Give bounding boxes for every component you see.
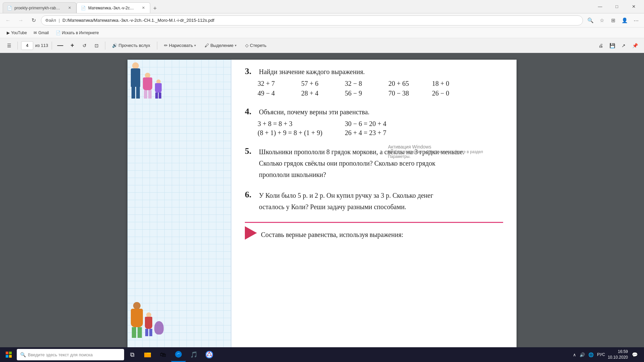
adult-legs-1 bbox=[131, 87, 140, 99]
svg-rect-5 bbox=[144, 354, 151, 357]
pdf-print-button[interactable]: 🖨 bbox=[596, 41, 606, 51]
bookmark-search[interactable]: 📄 Искать в Интернете bbox=[53, 30, 102, 36]
taskbar: 🔍 Введите здесь текст для поиска ⧉ 🛍 🎵 bbox=[0, 347, 644, 362]
bookmark-search-label: Искать в Интернете bbox=[62, 31, 99, 35]
pdf-content-area: 3. Найди значение каждого выражения. 32 … bbox=[0, 53, 644, 347]
forward-button[interactable]: → bbox=[15, 15, 26, 26]
url-text: D:/Математика/Математика.-3кл.-v-2ch.-CH… bbox=[62, 18, 214, 23]
exercise-3-number: 3. bbox=[245, 66, 255, 76]
pdf-erase-button[interactable]: ◇ Стереть bbox=[242, 41, 270, 51]
chrome-icon bbox=[206, 351, 213, 358]
equality-2-left: (8 + 1) + 9 = 8 + (1 + 9) bbox=[258, 129, 325, 137]
maximize-button[interactable]: □ bbox=[609, 1, 625, 12]
pdf-menu-button[interactable]: ☰ bbox=[4, 41, 14, 51]
back-button[interactable]: ← bbox=[3, 15, 13, 26]
pdf-toolbar: ☰ из 113 — + ↺ ⊡ 🔊 Прочесть вслух ✏ Нари… bbox=[0, 38, 644, 53]
girl-leg-l-3 bbox=[145, 329, 148, 336]
math-item-2: 57 + 6 bbox=[301, 80, 328, 87]
exercise-4: 4. Объясни, почему верны эти равенства. … bbox=[245, 107, 503, 137]
pdf-separator-3 bbox=[105, 42, 105, 50]
start-button[interactable] bbox=[1, 347, 16, 362]
svg-rect-0 bbox=[6, 352, 8, 354]
pdf-draw-button[interactable]: ✏ Нарисовать ▾ bbox=[161, 41, 199, 51]
child-figure-1 bbox=[155, 79, 162, 99]
tab-inactive[interactable]: 📄 proekty-primernykh-rabochikh-... ✕ bbox=[3, 2, 76, 13]
top-illustration bbox=[131, 62, 162, 99]
search-bookmark-icon: 📄 bbox=[56, 31, 61, 35]
minimize-button[interactable]: — bbox=[592, 1, 608, 12]
taskbar-store-button[interactable]: 🛍 bbox=[156, 347, 170, 362]
girl-body-2 bbox=[131, 309, 143, 327]
edge-icon bbox=[175, 351, 182, 358]
equality-1-right: 30 − 6 = 20 + 4 bbox=[345, 120, 412, 128]
taskbar-search-bar[interactable]: 🔍 Введите здесь текст для поиска bbox=[17, 349, 124, 360]
pdf-save-button[interactable]: 💾 bbox=[607, 41, 617, 51]
close-button[interactable]: ✕ bbox=[626, 1, 641, 12]
profile-icon[interactable]: 👤 bbox=[619, 15, 630, 26]
pdf-pin-button[interactable]: 📌 bbox=[630, 41, 640, 51]
math-item-6: 49 − 4 bbox=[258, 89, 284, 97]
pdf-page-total: из 113 bbox=[35, 43, 48, 48]
new-tab-button[interactable]: + bbox=[150, 4, 160, 13]
math-row-2: 49 − 4 28 + 4 56 − 9 70 − 38 26 − 0 bbox=[258, 89, 503, 97]
girl-figure-3 bbox=[145, 312, 152, 336]
bookmark-youtube-label: YouTube bbox=[11, 31, 27, 35]
windows-activation-sub2: Параметры. bbox=[388, 154, 483, 159]
adult-figure-1 bbox=[131, 62, 140, 99]
tab-favicon-1: 📄 bbox=[7, 6, 12, 10]
windows-activation-notice: Активация Windows Чтобы активировать Win… bbox=[388, 144, 483, 159]
pdf-select-button[interactable]: 🖊 Выделение ▾ bbox=[201, 41, 240, 51]
pdf-zoom-minus[interactable]: — bbox=[55, 41, 65, 51]
exercise-3: 3. Найди значение каждого выражения. 32 … bbox=[245, 66, 503, 97]
bookmark-gmail[interactable]: ✉ Gmail bbox=[31, 30, 51, 36]
taskbar-time-display: 16:59 bbox=[608, 349, 628, 355]
adult-leg-r-1 bbox=[136, 87, 140, 99]
tab-favicon-2: 📄 bbox=[81, 6, 86, 10]
girl-leg-r-2 bbox=[138, 327, 142, 338]
tab-close-1[interactable]: ✕ bbox=[67, 5, 72, 11]
adult-body-1 bbox=[131, 68, 140, 87]
taskbar-clock[interactable]: 16:59 10.10.2020 bbox=[608, 349, 628, 360]
refresh-button[interactable]: ↻ bbox=[28, 15, 39, 26]
exercise-4-title: Объясни, почему верны эти равенства. bbox=[259, 107, 370, 117]
speaker-icon[interactable]: 🔊 bbox=[578, 352, 586, 358]
collections-icon[interactable]: ⊞ bbox=[608, 15, 619, 26]
bookmark-youtube[interactable]: ▶ YouTube bbox=[4, 30, 30, 36]
taskbar-edge-button[interactable] bbox=[171, 347, 186, 362]
pdf-right-tools: 🖨 💾 ↗ 📌 bbox=[596, 41, 640, 51]
pdf-fit-button[interactable]: ⊡ bbox=[92, 41, 102, 51]
taskbar-file-explorer-button[interactable] bbox=[140, 347, 155, 362]
pdf-read-aloud-button[interactable]: 🔊 Прочесть вслух bbox=[109, 41, 154, 51]
girl-leg-l-1 bbox=[144, 90, 147, 99]
child-leg-l-1 bbox=[155, 93, 158, 99]
child-body-1 bbox=[155, 83, 162, 93]
pdf-rotate-button[interactable]: ↺ bbox=[79, 41, 90, 51]
tab-active[interactable]: 📄 Математика.-3кл.-v-2ch.-CH.1._M... ✕ bbox=[76, 2, 150, 13]
pdf-illustration-panel bbox=[127, 60, 231, 347]
url-bar[interactable]: Файл | D:/Математика/Математика.-3кл.-v-… bbox=[41, 15, 583, 25]
favorites-star-icon[interactable]: ☆ bbox=[596, 15, 607, 26]
equality-row-1: 3 + 8 = 8 + 3 30 − 6 = 20 + 4 bbox=[258, 120, 503, 128]
zoom-icon[interactable]: 🔍 bbox=[585, 15, 596, 26]
network-icon[interactable]: 🌐 bbox=[587, 352, 595, 358]
notifications-button[interactable]: 💬 bbox=[629, 349, 640, 360]
tab-close-2[interactable]: ✕ bbox=[141, 5, 146, 11]
math-item-7: 28 + 4 bbox=[301, 89, 328, 97]
pdf-select-label: Выделение bbox=[210, 43, 233, 48]
pdf-share-button[interactable]: ↗ bbox=[619, 41, 629, 51]
exercise-6-text: У Коли было 5 р. и 2 р. Он купил ручку з… bbox=[259, 190, 433, 213]
read-aloud-icon: 🔊 bbox=[112, 43, 117, 48]
girl-head-2 bbox=[133, 302, 141, 309]
lang-indicator[interactable]: РУС bbox=[596, 352, 606, 358]
taskbar-media-button[interactable]: 🎵 bbox=[186, 347, 201, 362]
pdf-page-input[interactable] bbox=[21, 41, 33, 50]
taskbar-up-arrow-icon[interactable]: ∧ bbox=[572, 352, 578, 358]
taskbar-chrome-button[interactable] bbox=[202, 347, 217, 362]
taskbar-task-view-button[interactable]: ⧉ bbox=[125, 347, 140, 362]
math-item-10: 26 − 0 bbox=[432, 89, 459, 97]
svg-point-7 bbox=[175, 351, 182, 358]
menu-icon[interactable]: ⋯ bbox=[631, 15, 641, 26]
pdf-erase-label: Стереть bbox=[250, 43, 266, 48]
pdf-text-content: 3. Найди значение каждого выражения. 32 … bbox=[231, 60, 517, 347]
pdf-zoom-plus[interactable]: + bbox=[67, 41, 77, 51]
